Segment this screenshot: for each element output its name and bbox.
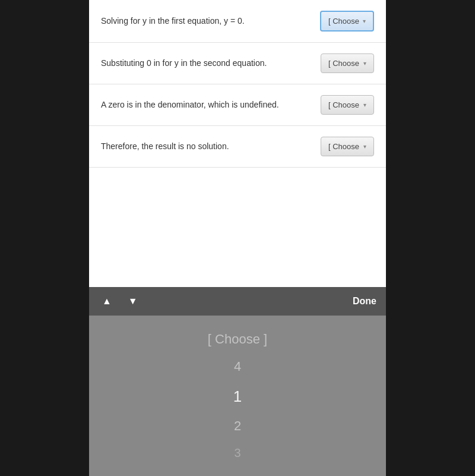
- choose-button-label-3: [ Choose: [328, 100, 359, 109]
- chevron-icon-2: ▾: [363, 60, 366, 67]
- picker-item-3[interactable]: 2: [89, 412, 386, 440]
- choose-button-1[interactable]: [ Choose▾: [320, 11, 374, 31]
- picker-item-1[interactable]: 4: [89, 353, 386, 381]
- content-row-2: Substituting 0 in for y in the second eq…: [89, 43, 386, 84]
- choose-button-label-4: [ Choose: [328, 142, 359, 151]
- row-text-3: A zero is in the denominator, which is u…: [101, 99, 309, 111]
- up-arrow-button[interactable]: ▲: [99, 294, 115, 309]
- picker-item-4[interactable]: 3: [89, 440, 386, 466]
- row-text-1: Solving for y in the first equation, y =…: [101, 15, 308, 27]
- picker-area[interactable]: [ Choose ]4123: [89, 316, 386, 476]
- content-row-4: Therefore, the result is no solution.[ C…: [89, 126, 386, 168]
- choose-button-label-2: [ Choose: [328, 59, 359, 68]
- choose-button-3[interactable]: [ Choose▾: [321, 95, 374, 115]
- chevron-icon-4: ▾: [363, 143, 366, 150]
- left-panel: [0, 0, 89, 476]
- down-arrow-button[interactable]: ▼: [125, 294, 141, 309]
- picker-item-0[interactable]: [ Choose ]: [89, 326, 386, 354]
- main-content-area: Solving for y in the first equation, y =…: [89, 0, 386, 315]
- choose-button-label-1: [ Choose: [328, 17, 359, 26]
- right-panel: [386, 0, 475, 476]
- row-text-2: Substituting 0 in for y in the second eq…: [101, 57, 309, 70]
- picker-item-2[interactable]: 1: [89, 381, 386, 412]
- choose-button-2[interactable]: [ Choose▾: [321, 53, 374, 73]
- choose-button-4[interactable]: [ Choose▾: [321, 137, 374, 156]
- content-row-3: A zero is in the denominator, which is u…: [89, 84, 386, 126]
- navigation-bar: ▲ ▼ Done: [89, 287, 386, 316]
- row-text-4: Therefore, the result is no solution.: [101, 140, 309, 153]
- content-row-1: Solving for y in the first equation, y =…: [89, 0, 386, 43]
- chevron-icon-3: ▾: [363, 102, 366, 108]
- done-button[interactable]: Done: [353, 296, 376, 307]
- chevron-icon-1: ▾: [363, 18, 366, 24]
